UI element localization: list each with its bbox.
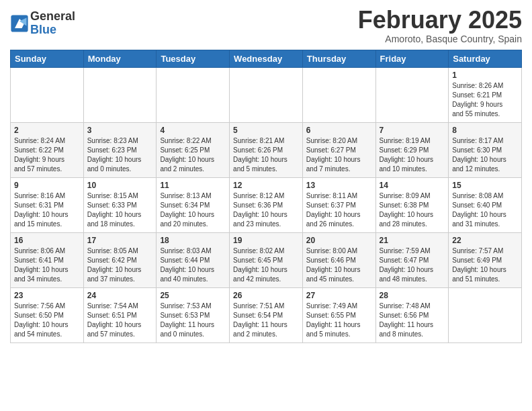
calendar-cell xyxy=(230,67,303,122)
calendar-cell: 15Sunrise: 8:08 AM Sunset: 6:40 PM Dayli… xyxy=(449,177,522,232)
day-info: Sunrise: 8:26 AM Sunset: 6:21 PM Dayligh… xyxy=(452,81,518,119)
calendar-week-row: 23Sunrise: 7:56 AM Sunset: 6:50 PM Dayli… xyxy=(11,287,522,342)
calendar-cell: 20Sunrise: 8:00 AM Sunset: 6:46 PM Dayli… xyxy=(302,232,375,287)
logo-icon xyxy=(10,14,29,33)
weekday-header: Monday xyxy=(83,50,157,67)
day-info: Sunrise: 8:17 AM Sunset: 6:30 PM Dayligh… xyxy=(452,136,518,174)
logo: General Blue xyxy=(10,10,75,37)
day-number: 1 xyxy=(452,71,518,80)
calendar-cell xyxy=(157,67,230,122)
day-info: Sunrise: 8:24 AM Sunset: 6:22 PM Dayligh… xyxy=(14,136,80,174)
calendar-cell: 26Sunrise: 7:51 AM Sunset: 6:54 PM Dayli… xyxy=(230,287,303,342)
title-block: February 2025 Amoroto, Basque Country, S… xyxy=(358,7,522,44)
day-number: 23 xyxy=(14,291,80,300)
day-info: Sunrise: 7:48 AM Sunset: 6:56 PM Dayligh… xyxy=(380,302,445,339)
day-info: Sunrise: 8:11 AM Sunset: 6:37 PM Dayligh… xyxy=(306,191,372,229)
day-info: Sunrise: 8:22 AM Sunset: 6:25 PM Dayligh… xyxy=(160,136,226,174)
calendar-cell: 21Sunrise: 7:59 AM Sunset: 6:47 PM Dayli… xyxy=(375,232,449,287)
day-number: 8 xyxy=(452,126,518,135)
calendar-cell xyxy=(375,67,449,122)
day-info: Sunrise: 8:15 AM Sunset: 6:33 PM Dayligh… xyxy=(87,191,153,229)
calendar-cell xyxy=(449,287,522,342)
weekday-header: Thursday xyxy=(302,50,375,67)
day-info: Sunrise: 8:23 AM Sunset: 6:23 PM Dayligh… xyxy=(87,136,153,174)
day-number: 10 xyxy=(87,181,153,190)
weekday-header: Wednesday xyxy=(230,50,303,67)
calendar-cell: 3Sunrise: 8:23 AM Sunset: 6:23 PM Daylig… xyxy=(83,122,157,177)
calendar-cell: 19Sunrise: 8:02 AM Sunset: 6:45 PM Dayli… xyxy=(230,232,303,287)
day-info: Sunrise: 7:51 AM Sunset: 6:54 PM Dayligh… xyxy=(233,302,299,339)
weekday-header-row: SundayMondayTuesdayWednesdayThursdayFrid… xyxy=(11,50,522,67)
calendar-cell xyxy=(83,67,157,122)
calendar-cell: 10Sunrise: 8:15 AM Sunset: 6:33 PM Dayli… xyxy=(83,177,157,232)
month-title: February 2025 xyxy=(358,7,522,34)
day-number: 13 xyxy=(306,181,372,190)
calendar-cell: 1Sunrise: 8:26 AM Sunset: 6:21 PM Daylig… xyxy=(449,67,522,122)
day-info: Sunrise: 8:09 AM Sunset: 6:38 PM Dayligh… xyxy=(380,191,445,229)
header: General Blue February 2025 Amoroto, Basq… xyxy=(10,7,522,44)
day-number: 21 xyxy=(380,236,445,245)
calendar-cell: 5Sunrise: 8:21 AM Sunset: 6:26 PM Daylig… xyxy=(230,122,303,177)
calendar-cell: 13Sunrise: 8:11 AM Sunset: 6:37 PM Dayli… xyxy=(302,177,375,232)
calendar-cell: 24Sunrise: 7:54 AM Sunset: 6:51 PM Dayli… xyxy=(83,287,157,342)
day-info: Sunrise: 8:16 AM Sunset: 6:31 PM Dayligh… xyxy=(14,191,80,229)
day-number: 7 xyxy=(380,126,445,135)
day-info: Sunrise: 7:49 AM Sunset: 6:55 PM Dayligh… xyxy=(306,302,372,339)
calendar-cell: 12Sunrise: 8:12 AM Sunset: 6:36 PM Dayli… xyxy=(230,177,303,232)
day-number: 26 xyxy=(233,291,299,300)
calendar-cell: 4Sunrise: 8:22 AM Sunset: 6:25 PM Daylig… xyxy=(157,122,230,177)
day-number: 24 xyxy=(87,291,153,300)
page: General Blue February 2025 Amoroto, Basq… xyxy=(0,0,532,353)
calendar-cell: 23Sunrise: 7:56 AM Sunset: 6:50 PM Dayli… xyxy=(11,287,84,342)
calendar-cell: 14Sunrise: 8:09 AM Sunset: 6:38 PM Dayli… xyxy=(375,177,449,232)
day-info: Sunrise: 8:02 AM Sunset: 6:45 PM Dayligh… xyxy=(233,246,299,284)
calendar-week-row: 16Sunrise: 8:06 AM Sunset: 6:41 PM Dayli… xyxy=(11,232,522,287)
weekday-header: Friday xyxy=(375,50,449,67)
calendar-cell: 16Sunrise: 8:06 AM Sunset: 6:41 PM Dayli… xyxy=(11,232,84,287)
logo-general: General xyxy=(30,10,75,24)
calendar-cell: 28Sunrise: 7:48 AM Sunset: 6:56 PM Dayli… xyxy=(375,287,449,342)
day-number: 27 xyxy=(306,291,372,300)
calendar-cell: 6Sunrise: 8:20 AM Sunset: 6:27 PM Daylig… xyxy=(302,122,375,177)
day-number: 3 xyxy=(87,126,153,135)
location: Amoroto, Basque Country, Spain xyxy=(358,34,522,44)
weekday-header: Sunday xyxy=(11,50,84,67)
calendar-cell: 17Sunrise: 8:05 AM Sunset: 6:42 PM Dayli… xyxy=(83,232,157,287)
calendar-cell: 11Sunrise: 8:13 AM Sunset: 6:34 PM Dayli… xyxy=(157,177,230,232)
day-info: Sunrise: 8:00 AM Sunset: 6:46 PM Dayligh… xyxy=(306,246,372,284)
day-number: 2 xyxy=(14,126,80,135)
day-number: 18 xyxy=(160,236,226,245)
day-number: 6 xyxy=(306,126,372,135)
calendar: SundayMondayTuesdayWednesdayThursdayFrid… xyxy=(10,50,522,343)
weekday-header: Saturday xyxy=(449,50,522,67)
weekday-header: Tuesday xyxy=(157,50,230,67)
day-info: Sunrise: 8:06 AM Sunset: 6:41 PM Dayligh… xyxy=(14,246,80,284)
calendar-week-row: 1Sunrise: 8:26 AM Sunset: 6:21 PM Daylig… xyxy=(11,67,522,122)
day-number: 17 xyxy=(87,236,153,245)
day-info: Sunrise: 8:05 AM Sunset: 6:42 PM Dayligh… xyxy=(87,246,153,284)
calendar-cell: 7Sunrise: 8:19 AM Sunset: 6:29 PM Daylig… xyxy=(375,122,449,177)
day-number: 16 xyxy=(14,236,80,245)
calendar-cell: 22Sunrise: 7:57 AM Sunset: 6:49 PM Dayli… xyxy=(449,232,522,287)
day-number: 15 xyxy=(452,181,518,190)
calendar-week-row: 2Sunrise: 8:24 AM Sunset: 6:22 PM Daylig… xyxy=(11,122,522,177)
day-info: Sunrise: 8:20 AM Sunset: 6:27 PM Dayligh… xyxy=(306,136,372,174)
day-info: Sunrise: 8:03 AM Sunset: 6:44 PM Dayligh… xyxy=(160,246,226,284)
day-number: 28 xyxy=(380,291,445,300)
day-info: Sunrise: 7:53 AM Sunset: 6:53 PM Dayligh… xyxy=(160,302,226,339)
calendar-cell xyxy=(11,67,84,122)
day-info: Sunrise: 8:13 AM Sunset: 6:34 PM Dayligh… xyxy=(160,191,226,229)
day-number: 20 xyxy=(306,236,372,245)
calendar-week-row: 9Sunrise: 8:16 AM Sunset: 6:31 PM Daylig… xyxy=(11,177,522,232)
day-number: 25 xyxy=(160,291,226,300)
day-number: 4 xyxy=(160,126,226,135)
day-number: 12 xyxy=(233,181,299,190)
logo-text: General Blue xyxy=(30,10,75,37)
calendar-cell: 9Sunrise: 8:16 AM Sunset: 6:31 PM Daylig… xyxy=(11,177,84,232)
day-number: 19 xyxy=(233,236,299,245)
day-info: Sunrise: 8:12 AM Sunset: 6:36 PM Dayligh… xyxy=(233,191,299,229)
calendar-cell: 27Sunrise: 7:49 AM Sunset: 6:55 PM Dayli… xyxy=(302,287,375,342)
calendar-cell: 18Sunrise: 8:03 AM Sunset: 6:44 PM Dayli… xyxy=(157,232,230,287)
calendar-cell xyxy=(302,67,375,122)
day-number: 11 xyxy=(160,181,226,190)
